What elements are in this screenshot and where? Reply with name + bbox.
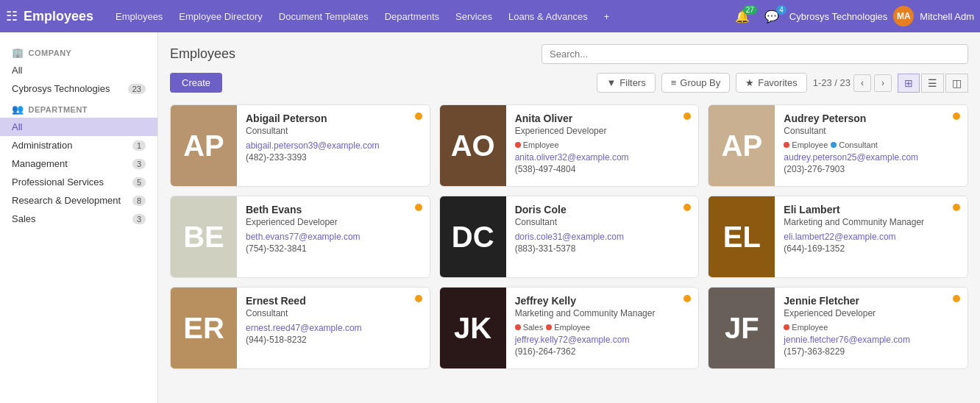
sidebar: 🏢 COMPANY All Cybrosys Technologies 23 👥…: [0, 32, 158, 403]
employee-photo: AP: [171, 105, 237, 186]
employee-email: audrey.peterson25@example.com: [784, 152, 959, 163]
employee-title: Experienced Developer: [246, 217, 421, 227]
groupby-icon: ≡: [671, 77, 677, 88]
card-tags: Employee Consultant: [784, 140, 959, 149]
employee-email: eli.lambert22@example.com: [784, 232, 959, 242]
employee-phone: (644)-169-1352: [784, 243, 959, 254]
company-section-title: 🏢 COMPANY: [0, 41, 157, 61]
nav-employee-directory[interactable]: Employee Directory: [171, 7, 269, 26]
admin-count: 1: [132, 140, 146, 151]
employee-photo: EL: [709, 196, 775, 277]
employee-email: beth.evans77@example.com: [246, 232, 421, 242]
employee-card[interactable]: JK Jeffrey Kelly Marketing and Community…: [439, 287, 700, 369]
filters-button[interactable]: ▼ Filters: [597, 73, 655, 93]
nav-departments[interactable]: Departments: [377, 7, 447, 26]
status-dot: [415, 113, 422, 120]
nav-loans-advances[interactable]: Loans & Advances: [501, 7, 595, 26]
card-tags: Sales Employee: [515, 323, 690, 332]
nav-document-templates[interactable]: Document Templates: [271, 7, 376, 26]
tag-dot: [784, 142, 789, 148]
nav-menu: Employees Employee Directory Document Te…: [108, 7, 728, 26]
nav-add[interactable]: +: [597, 7, 617, 26]
status-dot: [415, 204, 422, 211]
filter-icon: ▼: [606, 77, 616, 88]
management-count: 3: [132, 159, 146, 169]
card-info: Beth Evans Experienced Developer beth.ev…: [237, 196, 430, 277]
tag-dot: [515, 324, 521, 330]
card-tag: Employee: [515, 140, 559, 149]
notifications-button[interactable]: 🔔 27: [731, 7, 754, 26]
department-section-title: 👥 DEPARTMENT: [0, 98, 157, 118]
employee-email: anita.oliver32@example.com: [515, 152, 690, 163]
employee-card[interactable]: AP Abigail Peterson Consultant abigail.p…: [170, 104, 430, 187]
employee-title: Consultant: [246, 126, 421, 136]
employee-phone: (754)-532-3841: [246, 243, 421, 254]
card-tag: Sales: [515, 323, 544, 332]
employee-card[interactable]: EL Eli Lambert Marketing and Community M…: [708, 196, 968, 278]
sidebar-item-management[interactable]: Management 3: [0, 154, 157, 173]
nav-services[interactable]: Services: [448, 7, 500, 26]
employee-card[interactable]: AO Anita Oliver Experienced Developer Em…: [439, 104, 700, 187]
sidebar-item-dept-all[interactable]: All: [0, 118, 157, 136]
employee-photo: AP: [709, 105, 775, 186]
card-tag: Consultant: [831, 140, 878, 149]
pager-next[interactable]: ›: [874, 74, 892, 92]
employee-name: Audrey Peterson: [784, 113, 959, 124]
main-content: Employees Create ▼ Filters ≡ Group By ★ …: [158, 32, 980, 403]
list-view-button[interactable]: ☰: [921, 74, 944, 93]
sidebar-item-cybrosys[interactable]: Cybrosys Technologies 23: [0, 79, 157, 98]
employee-title: Consultant: [246, 308, 421, 318]
rnd-count: 8: [132, 196, 146, 206]
card-tag: Employee: [784, 140, 828, 149]
employee-name: Ernest Reed: [246, 295, 421, 307]
employee-phone: (538)-497-4804: [515, 164, 690, 174]
pager-text: 1-23 / 23: [813, 77, 851, 88]
employee-photo: ER: [171, 288, 237, 368]
employee-card[interactable]: AP Audrey Peterson Consultant Employee C…: [708, 104, 968, 187]
employee-card[interactable]: ER Ernest Reed Consultant ernest.reed47@…: [170, 287, 430, 369]
favorites-button[interactable]: ★ Favorites: [736, 73, 806, 93]
sidebar-item-administration[interactable]: Administration 1: [0, 136, 157, 154]
groupby-button[interactable]: ≡ Group By: [661, 73, 731, 93]
page-header: Employees: [170, 44, 968, 64]
card-info: Audrey Peterson Consultant Employee Cons…: [775, 105, 967, 186]
employee-title: Experienced Developer: [515, 126, 690, 136]
username-label: Mitchell Adm: [920, 11, 974, 22]
kanban-view-button[interactable]: ⊞: [898, 74, 920, 93]
pager: 1-23 / 23 ‹ ›: [813, 74, 892, 92]
nav-employees[interactable]: Employees: [108, 7, 170, 26]
user-avatar[interactable]: MA: [893, 6, 914, 26]
employee-name: Abigail Peterson: [246, 113, 421, 124]
employee-phone: (157)-363-8229: [784, 346, 959, 357]
card-info: Eli Lambert Marketing and Community Mana…: [775, 196, 967, 277]
profservices-count: 5: [132, 177, 146, 188]
employee-phone: (944)-518-8232: [246, 335, 421, 345]
create-button[interactable]: Create: [170, 73, 222, 93]
sidebar-item-sales[interactable]: Sales 3: [0, 210, 157, 228]
employee-card[interactable]: JF Jennie Fletcher Experienced Developer…: [708, 287, 968, 369]
other-view-button[interactable]: ◫: [945, 74, 968, 93]
main-layout: 🏢 COMPANY All Cybrosys Technologies 23 👥…: [0, 32, 980, 403]
sidebar-item-professional-services[interactable]: Professional Services 5: [0, 173, 157, 191]
employee-name: Eli Lambert: [784, 204, 959, 215]
card-tag: Employee: [784, 323, 828, 332]
employee-photo: JK: [440, 288, 506, 368]
view-buttons: ⊞ ☰ ◫: [898, 74, 968, 93]
pager-prev[interactable]: ‹: [853, 74, 871, 92]
messages-button[interactable]: 💬 4: [760, 7, 784, 26]
tag-dot: [515, 142, 521, 148]
employee-title: Marketing and Community Manager: [515, 308, 690, 318]
search-input[interactable]: [542, 44, 968, 64]
status-dot: [953, 113, 960, 120]
employee-card[interactable]: DC Doris Cole Consultant doris.cole31@ex…: [439, 196, 700, 278]
notifications-badge: 27: [743, 5, 757, 15]
employee-name: Jennie Fletcher: [784, 295, 959, 307]
employee-title: Marketing and Community Manager: [784, 217, 959, 227]
employee-name: Doris Cole: [515, 204, 690, 215]
employee-email: jeffrey.kelly72@example.com: [515, 335, 690, 345]
sidebar-item-all[interactable]: All: [0, 61, 157, 79]
employee-card[interactable]: BE Beth Evans Experienced Developer beth…: [170, 196, 430, 278]
building-icon: 🏢: [12, 47, 24, 58]
sidebar-item-research-development[interactable]: Research & Development 8: [0, 191, 157, 210]
grid-icon[interactable]: ☷: [6, 8, 18, 24]
